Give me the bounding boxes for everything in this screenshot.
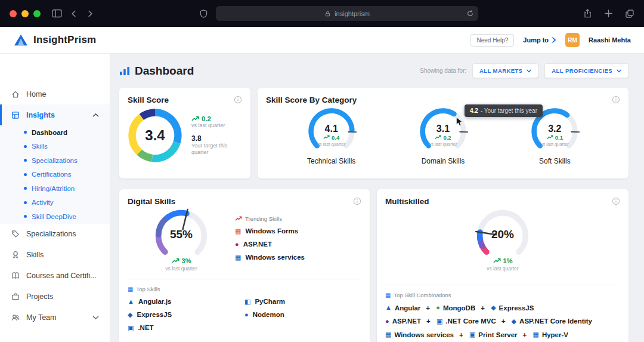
user-name[interactable]: Raashi Mehta bbox=[589, 36, 631, 44]
need-help-button[interactable]: Need Help? bbox=[470, 34, 514, 47]
brand[interactable]: InsightPrism bbox=[13, 33, 96, 47]
skill-label: Windows services bbox=[394, 331, 454, 338]
sidebar-subitem[interactable]: Specializations bbox=[0, 153, 110, 168]
combo-skill[interactable]: ◆ ASP.NET Core Identity + bbox=[512, 318, 592, 325]
skill-combination-list: ▲ Angular + ● MongoDB + bbox=[385, 304, 620, 338]
skill-icon: ▣ bbox=[469, 331, 475, 338]
card-title: Digital Skills bbox=[128, 197, 175, 206]
jump-to-button[interactable]: Jump to bbox=[523, 36, 556, 44]
info-icon[interactable] bbox=[353, 197, 361, 205]
share-icon[interactable] bbox=[583, 8, 592, 19]
skill-icon: ● bbox=[436, 304, 440, 311]
sidebar-item-skills[interactable]: Skills bbox=[0, 245, 110, 266]
combo-skill[interactable]: ● MongoDB + bbox=[436, 304, 489, 312]
trending-skill-item[interactable]: ● ASP.NET bbox=[235, 241, 361, 248]
combo-skill[interactable]: ◆ ExpressJS + bbox=[491, 304, 534, 312]
top-skill-item[interactable]: ● Nodemon bbox=[244, 311, 361, 318]
window-controls bbox=[10, 10, 41, 17]
sidebar-item-projects[interactable]: Projects bbox=[0, 286, 110, 307]
skill-label: Nodemon bbox=[253, 311, 284, 318]
minimize-button[interactable] bbox=[21, 10, 29, 17]
page-title: Dashboard bbox=[119, 64, 194, 78]
skill-label: Angular bbox=[395, 304, 420, 312]
sidebar-toggle-icon[interactable] bbox=[52, 9, 62, 18]
gauge-delta: 0.1 bbox=[547, 134, 563, 141]
skill-score-by-category-card: Skill Score By Category 4.1 bbox=[258, 88, 628, 178]
skill-label: Print Server bbox=[478, 331, 517, 338]
trending-skill-item[interactable]: ▦ Windows services bbox=[235, 254, 361, 261]
combo-skill[interactable]: ▲ Angular + bbox=[385, 304, 434, 312]
gauge-value: 3.2 bbox=[548, 124, 561, 134]
chevron-right-icon bbox=[552, 37, 556, 43]
gauge-value: 20% bbox=[474, 207, 531, 264]
markets-dropdown[interactable]: ALL MARKETS bbox=[472, 63, 538, 78]
sidebar-item-my-team[interactable]: My Team bbox=[0, 307, 110, 328]
sidebar-subitem[interactable]: Skill DeepDive bbox=[0, 209, 110, 224]
refresh-icon[interactable] bbox=[466, 10, 474, 17]
bullet-icon bbox=[24, 159, 27, 162]
top-skill-combinations-header: ▦ Top Skill Combinations bbox=[385, 292, 620, 298]
back-icon[interactable] bbox=[70, 10, 78, 18]
combo-skill[interactable]: ▣ Print Server + bbox=[469, 331, 531, 338]
chevron-down-icon bbox=[92, 315, 99, 320]
gauge-label: Domain Skills bbox=[422, 157, 465, 165]
plus-separator: + bbox=[459, 331, 463, 338]
info-icon[interactable] bbox=[612, 95, 620, 104]
skill-icon: ● bbox=[235, 241, 239, 248]
sidebar-subitem[interactable]: Certifications bbox=[0, 168, 110, 182]
info-icon[interactable] bbox=[234, 95, 242, 104]
skill-label: Windows services bbox=[245, 254, 305, 261]
top-skill-item[interactable]: ◧ PyCharm bbox=[244, 298, 361, 305]
lock-icon bbox=[324, 10, 331, 17]
skill-label: .NET Core MVC bbox=[445, 318, 496, 325]
skill-icon: ● bbox=[385, 318, 389, 325]
top-skill-item[interactable]: ◆ ExpressJS bbox=[128, 311, 244, 318]
sidebar-subitem[interactable]: Hiring/Attrition bbox=[0, 181, 110, 196]
plus-separator: + bbox=[426, 318, 431, 325]
info-icon[interactable] bbox=[612, 197, 620, 205]
zoom-button[interactable] bbox=[33, 10, 41, 17]
home-icon bbox=[11, 90, 20, 99]
chevron-up-icon bbox=[92, 113, 99, 118]
combo-skill[interactable]: ● ASP.NET + bbox=[385, 318, 435, 325]
trend-up-icon bbox=[435, 135, 441, 140]
new-tab-icon[interactable] bbox=[604, 9, 613, 18]
combo-skill[interactable]: ▣ .NET Core MVC + bbox=[436, 318, 509, 325]
insights-group: Insights Dashboard Skills bbox=[0, 104, 110, 224]
sidebar-subitem[interactable]: Skills bbox=[0, 140, 110, 154]
proficiencies-dropdown[interactable]: ALL PROFICIENCIES bbox=[544, 63, 628, 78]
skill-icon: ◧ bbox=[244, 298, 250, 305]
sidebar: Home Insights Dashboard bbox=[0, 54, 110, 342]
forward-icon[interactable] bbox=[86, 10, 94, 18]
skill-combination-row: ● ASP.NET + ▣ .NET Core MVC + bbox=[385, 318, 620, 325]
top-skill-item[interactable]: ▲ Angular.js bbox=[128, 298, 244, 305]
top-skills-header: ▦ Top Skills bbox=[128, 286, 361, 292]
avatar[interactable]: RM bbox=[565, 33, 580, 47]
sidebar-item-courses[interactable]: Courses and Certifi... bbox=[0, 266, 110, 286]
plus-separator: + bbox=[426, 304, 430, 312]
sidebar-subitem[interactable]: Dashboard bbox=[0, 125, 110, 140]
shield-icon[interactable] bbox=[199, 9, 208, 19]
tab-overview-icon[interactable] bbox=[625, 9, 634, 19]
gauge-value: 4.1 bbox=[325, 124, 338, 134]
card-title: Skill Score By Category bbox=[266, 95, 357, 104]
sidebar-subitem[interactable]: Activity bbox=[0, 196, 110, 210]
digital-skills-card: Digital Skills 55% 3% bbox=[119, 189, 370, 342]
trend-up-icon bbox=[191, 116, 199, 122]
skill-icon: ▦ bbox=[235, 228, 241, 235]
chevron-down-icon bbox=[527, 69, 531, 73]
top-skill-item[interactable]: ▣ .NET bbox=[128, 324, 244, 331]
top-skills-col2: ◧ PyCharm ● Nodemon bbox=[244, 298, 361, 331]
trending-skill-item[interactable]: ▦ Windows Forms bbox=[235, 227, 361, 235]
sidebar-item-insights[interactable]: Insights bbox=[0, 104, 110, 125]
sidebar-item-home[interactable]: Home bbox=[0, 84, 110, 104]
address-bar[interactable]: insightprism bbox=[216, 6, 478, 21]
insights-submenu: Dashboard Skills Specializations bbox=[0, 125, 110, 224]
app-header: InsightPrism Need Help? Jump to RM Raash… bbox=[0, 27, 644, 54]
combo-skill[interactable]: ▦ Hyper-V + bbox=[532, 331, 568, 338]
close-button[interactable] bbox=[10, 10, 17, 17]
sidebar-item-specializations[interactable]: Specializations bbox=[0, 224, 110, 245]
category-gauge: 3.1 0.2 vs last quarter Domain Skills bbox=[417, 106, 469, 165]
bullet-icon bbox=[24, 187, 27, 190]
combo-skill[interactable]: ▦ Windows services + bbox=[385, 331, 467, 338]
